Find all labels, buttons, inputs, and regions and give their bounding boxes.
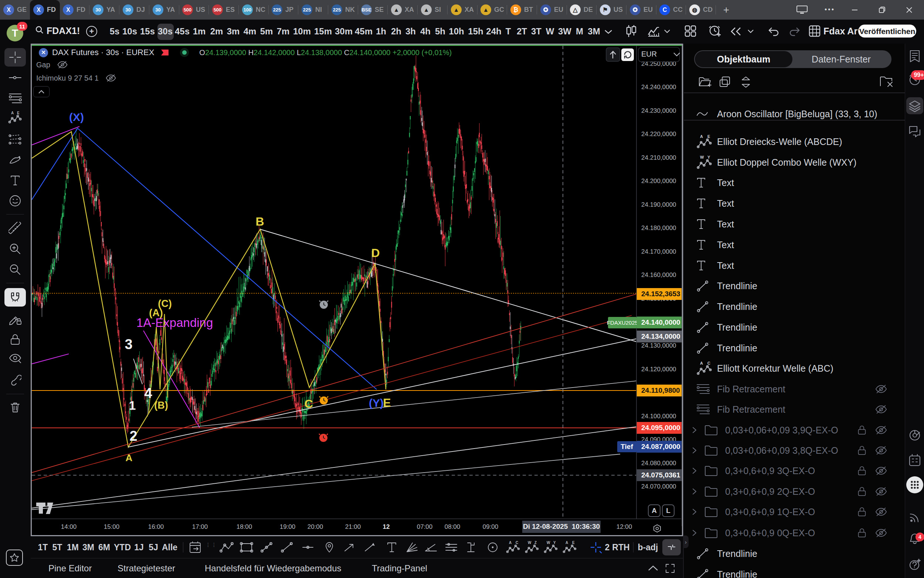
- svg-text:24.110,9800: 24.110,9800: [641, 386, 680, 394]
- svg-text:1: 1: [129, 398, 136, 412]
- svg-text:24.210,0000: 24.210,0000: [641, 154, 676, 161]
- svg-text:24.200,0000: 24.200,0000: [641, 177, 676, 185]
- svg-text:(B): (B): [154, 400, 168, 411]
- svg-text:A: A: [700, 134, 703, 139]
- svg-text:EUR: EUR: [641, 50, 657, 58]
- svg-text:L: L: [666, 507, 670, 515]
- svg-text:24.230,0000: 24.230,0000: [641, 107, 676, 114]
- svg-text:1A-Expanding: 1A-Expanding: [136, 316, 213, 330]
- svg-text:3: 3: [125, 336, 132, 352]
- svg-text:24.095,0000: 24.095,0000: [641, 424, 680, 432]
- svg-text:Y: Y: [707, 155, 710, 159]
- svg-text:24.075,0361: 24.075,0361: [641, 471, 680, 479]
- svg-text:A: A: [652, 507, 657, 515]
- svg-text:07:00: 07:00: [417, 523, 433, 530]
- svg-text:(X): (X): [69, 111, 84, 123]
- svg-text:09:00: 09:00: [483, 523, 498, 530]
- svg-text:16:00: 16:00: [148, 523, 164, 530]
- svg-text:(Y): (Y): [369, 397, 384, 409]
- svg-text:24.180,0000: 24.180,0000: [641, 224, 676, 232]
- svg-text:FDAXU2025: FDAXU2025: [607, 320, 638, 326]
- svg-text:4: 4: [144, 385, 152, 401]
- svg-text:A: A: [565, 541, 568, 545]
- svg-text:24.190,0000: 24.190,0000: [641, 201, 676, 208]
- svg-text:A: A: [700, 361, 703, 365]
- svg-text:21:00: 21:00: [345, 523, 361, 530]
- svg-text:E: E: [17, 111, 19, 115]
- svg-text:A: A: [11, 111, 14, 115]
- svg-text:20:00: 20:00: [307, 523, 324, 530]
- svg-text:Tief: Tief: [621, 443, 633, 450]
- svg-text:24.240,0000: 24.240,0000: [641, 84, 676, 91]
- svg-text:Di 12-08-2025 10:36:30: Di 12-08-2025 10:36:30: [523, 523, 600, 530]
- svg-text:24.140,0000: 24.140,0000: [641, 318, 680, 326]
- svg-text:24.220,0000: 24.220,0000: [641, 130, 676, 138]
- svg-text:Y: Y: [553, 541, 556, 545]
- svg-text:08:00: 08:00: [445, 523, 461, 530]
- svg-text:24.120,0000: 24.120,0000: [641, 366, 676, 373]
- svg-text:C: C: [516, 541, 518, 545]
- svg-text:E: E: [383, 396, 391, 409]
- svg-text:12:00: 12:00: [617, 523, 633, 530]
- svg-text:A: A: [126, 452, 133, 463]
- svg-text:E: E: [572, 541, 575, 545]
- svg-text:24.080,0000: 24.080,0000: [641, 459, 676, 467]
- svg-text:24.087,0000: 24.087,0000: [641, 443, 680, 450]
- svg-text:24.070,0000: 24.070,0000: [641, 483, 676, 490]
- svg-text:D: D: [371, 246, 380, 260]
- svg-text:C: C: [707, 361, 710, 365]
- svg-text:W: W: [700, 155, 704, 159]
- svg-text:18:00: 18:00: [236, 523, 252, 530]
- svg-text:24.160,0000: 24.160,0000: [641, 271, 676, 278]
- svg-text:E: E: [707, 134, 710, 139]
- svg-text:B: B: [256, 215, 264, 228]
- svg-text:24.170,0000: 24.170,0000: [641, 248, 676, 255]
- svg-text:Z: Z: [534, 541, 537, 545]
- svg-text:24.134,0000: 24.134,0000: [641, 333, 680, 340]
- svg-text:24.152,3653: 24.152,3653: [641, 290, 680, 298]
- svg-text:A: A: [509, 541, 511, 545]
- svg-text:19:00: 19:00: [280, 523, 296, 530]
- svg-text:W: W: [528, 541, 531, 545]
- svg-text:24.100,0000: 24.100,0000: [641, 413, 676, 420]
- svg-text:12: 12: [383, 523, 390, 530]
- svg-text:2: 2: [129, 428, 137, 444]
- svg-text:17:00: 17:00: [192, 523, 208, 530]
- svg-text:C: C: [304, 397, 313, 411]
- svg-text:14:00: 14:00: [61, 523, 77, 530]
- svg-text:W: W: [547, 541, 550, 545]
- svg-text:15:00: 15:00: [104, 523, 120, 530]
- svg-text:24.250,0000: 24.250,0000: [641, 60, 676, 67]
- svg-text:(C): (C): [158, 298, 172, 309]
- svg-text:24.130,0000: 24.130,0000: [641, 342, 676, 349]
